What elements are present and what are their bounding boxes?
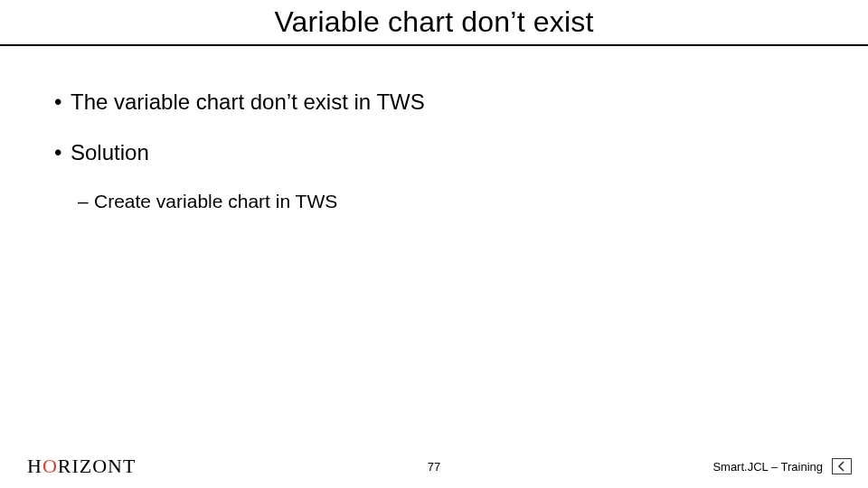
slide-title: Variable chart don’t exist bbox=[0, 5, 868, 39]
bullet-dot-icon: • bbox=[54, 89, 71, 115]
bullet-level1: • Solution bbox=[54, 140, 814, 165]
chevron-left-icon bbox=[836, 461, 847, 472]
brand-part: H bbox=[27, 455, 42, 477]
brand-part: RIZONT bbox=[58, 455, 137, 477]
prev-slide-button[interactable] bbox=[832, 458, 852, 474]
brand-logo: HORIZONT bbox=[27, 455, 136, 478]
bullet-level2: – Create variable chart in TWS bbox=[78, 191, 814, 212]
bullet-dot-icon: • bbox=[54, 140, 71, 165]
footer-label: Smart.JCL – Training bbox=[712, 460, 823, 474]
slide: Variable chart don’t exist • The variabl… bbox=[0, 0, 868, 488]
page-number: 77 bbox=[428, 460, 440, 474]
bullet-level1: • The variable chart don’t exist in TWS bbox=[54, 89, 814, 115]
bullet-text: Solution bbox=[71, 140, 149, 165]
brand-part-accent: O bbox=[42, 455, 58, 477]
bullet-text: Create variable chart in TWS bbox=[94, 191, 337, 212]
title-area: Variable chart don’t exist bbox=[0, 0, 868, 46]
bullet-dash-icon: – bbox=[78, 191, 94, 212]
footer-right: Smart.JCL – Training bbox=[712, 458, 852, 474]
bullet-text: The variable chart don’t exist in TWS bbox=[71, 89, 425, 115]
content-area: • The variable chart don’t exist in TWS … bbox=[0, 46, 868, 212]
footer: HORIZONT 77 Smart.JCL – Training bbox=[0, 454, 868, 479]
